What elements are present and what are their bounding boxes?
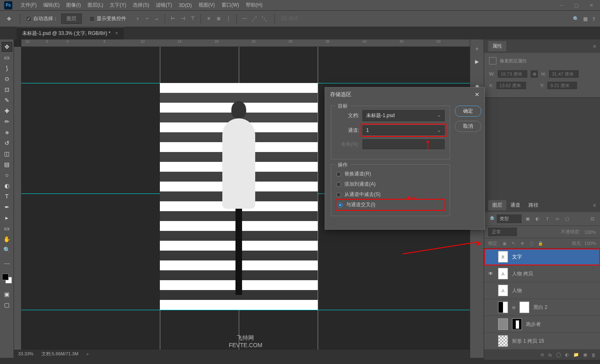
guide-horizontal[interactable] (21, 310, 470, 310)
lasso-tool[interactable]: ⟆ (2, 63, 12, 73)
auto-select-check[interactable]: ✓自动选择： (26, 15, 58, 22)
visibility-toggle[interactable] (488, 254, 494, 260)
dodge-tool[interactable]: ◐ (2, 181, 12, 191)
move-tool[interactable]: ✥ (2, 42, 12, 52)
search-icon[interactable]: 🔍 (573, 16, 579, 22)
radio-subtract[interactable]: 从通道中减去(S) (336, 189, 445, 200)
quickmask-tool[interactable]: ▣ (2, 289, 12, 299)
quick-select-tool[interactable]: ⊙ (2, 74, 12, 84)
distribute-3-icon[interactable]: ⋮ (224, 14, 233, 23)
layer-row[interactable]: ⊖ 黑白 2 (484, 299, 600, 316)
guide-vertical[interactable] (318, 47, 318, 350)
layers-tab[interactable]: 图层 (488, 200, 506, 210)
fx-icon[interactable]: fx (548, 352, 552, 357)
menu-window[interactable]: 窗口(W) (218, 2, 242, 9)
properties-tab[interactable]: 属性 (488, 41, 506, 51)
layer-name[interactable]: 文字 (512, 253, 522, 260)
opacity-value[interactable]: 100% (584, 230, 596, 235)
eraser-tool[interactable]: ◫ (2, 149, 12, 159)
history-brush-tool[interactable]: ↺ (2, 138, 12, 148)
menu-help[interactable]: 帮助(H) (242, 2, 266, 9)
radio-intersect[interactable]: 与通道交叉(I) (336, 200, 445, 210)
visibility-toggle[interactable] (488, 338, 494, 344)
prop-y-input[interactable] (547, 82, 577, 89)
lock-pos-icon[interactable]: ✥ (519, 240, 526, 247)
show-transform-check[interactable]: 显示变换控件 (89, 15, 126, 22)
filter-toggle-icon[interactable]: ⊡ (588, 215, 596, 223)
layer-name[interactable]: 矩形 1 拷贝 15 (512, 338, 544, 345)
layer-name[interactable]: 人物 拷贝 (512, 270, 533, 277)
ok-button[interactable]: 确定 (455, 106, 481, 117)
dialog-close-icon[interactable]: ✕ (475, 91, 480, 98)
align-top-icon[interactable]: ⫞ (133, 14, 142, 23)
type-tool[interactable]: T (2, 191, 12, 201)
doc-select[interactable]: 未标题-1.psd (362, 110, 445, 121)
menu-layer[interactable]: 图层(L) (84, 2, 107, 9)
document-tab-close[interactable]: × (115, 30, 118, 36)
mask-icon[interactable]: ◯ (556, 352, 561, 357)
menu-view[interactable]: 视图(V) (195, 2, 218, 9)
pen-tool[interactable]: ✒ (2, 202, 12, 212)
prop-h-input[interactable] (549, 70, 579, 78)
layer-name[interactable]: 黑白 2 (533, 304, 547, 311)
delete-layer-icon[interactable]: 🗑 (591, 352, 596, 357)
blend-mode-dropdown[interactable]: 正常 (488, 228, 517, 236)
visibility-toggle[interactable]: 👁 (488, 271, 494, 276)
layer-thumbnail[interactable] (498, 302, 508, 313)
marquee-tool[interactable]: ▭ (2, 53, 12, 62)
align-vcenter-icon[interactable]: ⫟ (143, 14, 152, 23)
lock-all-icon[interactable]: 🔒 (537, 240, 544, 247)
adjustment-icon[interactable]: ◐ (565, 352, 569, 357)
filter-smart-icon[interactable]: ▢ (563, 215, 571, 223)
edit-toolbar[interactable]: ⋯ (2, 259, 12, 269)
distribute-1-icon[interactable]: ≡ (204, 14, 213, 23)
panel-menu-icon[interactable]: ≡ (593, 44, 596, 49)
screenmode-tool[interactable]: ▢ (2, 300, 12, 310)
filter-type-dropdown[interactable]: 类型 (497, 214, 522, 223)
link-layers-icon[interactable]: ⊖ (540, 352, 544, 357)
new-layer-icon[interactable]: ▣ (583, 352, 587, 357)
link-wh-icon[interactable]: ⊖ (531, 70, 538, 78)
menu-edit[interactable]: 编辑(E) (40, 2, 63, 9)
layer-thumbnail[interactable] (498, 335, 508, 347)
layer-row[interactable]: 矩形 1 拷贝 15 (484, 333, 600, 350)
document-tab[interactable]: 未标题-1.psd @ 33.3% (文字, RGB/8#) * × (16, 27, 124, 39)
channel-select[interactable]: 1 (362, 125, 445, 135)
actions-panel-icon[interactable]: ▶ (472, 57, 482, 67)
lock-artboard-icon[interactable]: ▢ (528, 240, 535, 247)
lock-paint-icon[interactable]: ✎ (510, 240, 517, 247)
menu-file[interactable]: 文件(F) (17, 2, 40, 9)
auto-select-dropdown[interactable]: 图层 (61, 14, 82, 24)
share-icon[interactable]: ⇪ (592, 16, 596, 22)
visibility-toggle[interactable] (488, 288, 494, 293)
cancel-button[interactable]: 取消 (455, 121, 481, 132)
distribute-6-icon[interactable]: ⋱ (260, 14, 269, 23)
radio-add[interactable]: 添加到通道(A) (336, 179, 445, 189)
prop-w-input[interactable] (498, 70, 527, 78)
align-right-icon[interactable]: ⊤ (188, 14, 197, 23)
color-swatch[interactable] (2, 274, 12, 283)
group-icon[interactable]: 📁 (573, 352, 579, 357)
lock-pixels-icon[interactable]: ▣ (501, 240, 508, 247)
radio-replace[interactable]: 替换通道(R) (336, 169, 445, 179)
filter-adj-icon[interactable]: ◐ (534, 215, 541, 223)
brush-tool[interactable]: ✏ (2, 117, 12, 127)
distribute-5-icon[interactable]: ⋰ (250, 14, 259, 23)
menu-type[interactable]: 文字(Y) (106, 2, 129, 9)
prop-x-input[interactable] (496, 82, 526, 89)
zoom-tool[interactable]: 🔍 (2, 245, 12, 255)
gradient-tool[interactable]: ▤ (2, 159, 12, 169)
visibility-toggle[interactable] (488, 321, 494, 327)
history-panel-icon[interactable]: ⟐ (472, 44, 482, 53)
blur-tool[interactable]: ○ (2, 170, 12, 180)
stamp-tool[interactable]: ⎈ (2, 127, 12, 137)
rectangle-tool[interactable]: ▭ (2, 223, 12, 233)
name-input[interactable] (362, 139, 445, 149)
distribute-4-icon[interactable]: ⋯ (240, 14, 249, 23)
filter-shape-icon[interactable]: ▱ (554, 215, 561, 223)
layer-thumbnail[interactable]: 文 (498, 251, 508, 263)
layer-name[interactable]: 跑步者 (526, 321, 541, 328)
layer-thumbnail[interactable]: 人 (498, 285, 508, 296)
hand-tool[interactable]: ✋ (2, 234, 12, 244)
align-left-icon[interactable]: ⊢ (168, 14, 178, 23)
